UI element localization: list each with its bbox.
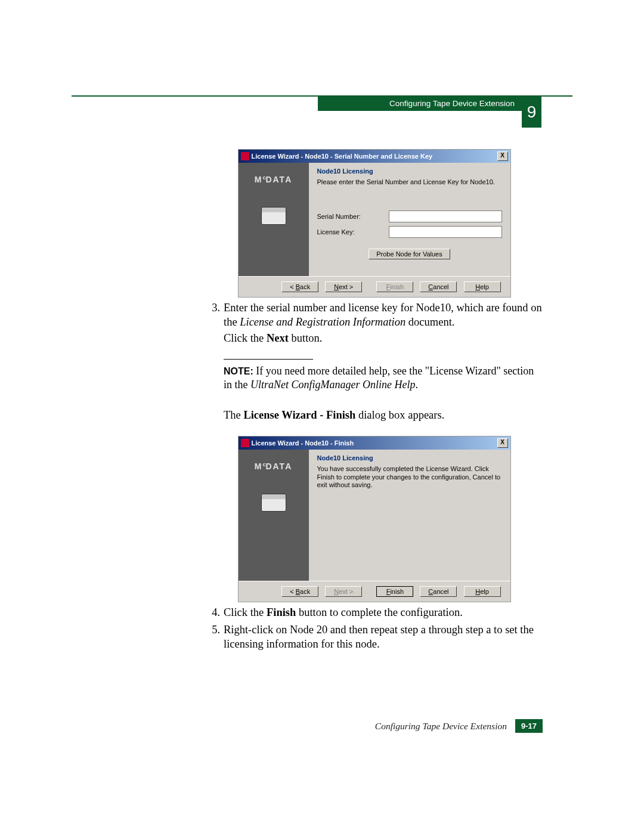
step-number: 3. bbox=[206, 301, 220, 315]
dialog-buttons: < Back Next > Finish Cancel Help bbox=[239, 276, 510, 297]
dialog-heading: Node10 Licensing bbox=[317, 168, 502, 175]
note: NOTE: If you need more detailed help, se… bbox=[206, 364, 543, 392]
dialog-title: License Wizard - Node10 - Finish bbox=[252, 439, 497, 447]
close-icon[interactable]: X bbox=[497, 151, 508, 161]
titlebar: License Wizard - Node10 - Serial Number … bbox=[239, 150, 510, 163]
step-list: 3. Enter the serial number and license k… bbox=[206, 301, 543, 346]
back-button[interactable]: < Back bbox=[281, 281, 318, 292]
serial-number-row: Serial Number: bbox=[317, 210, 502, 222]
titlebar: License Wizard - Node10 - Finish X bbox=[239, 436, 510, 450]
finish-button: Finish bbox=[376, 281, 413, 292]
license-wizard-serial-dialog: License Wizard - Node10 - Serial Number … bbox=[238, 149, 511, 298]
main-panel: Node10 Licensing You have successfully c… bbox=[309, 450, 510, 581]
step-4-text: Click the Finish button to complete the … bbox=[224, 606, 463, 618]
cancel-button[interactable]: Cancel bbox=[420, 281, 457, 292]
chapter-number-tab: 9 bbox=[522, 97, 541, 128]
close-icon[interactable]: X bbox=[497, 438, 508, 448]
main-panel: Node10 Licensing Please enter the Serial… bbox=[309, 163, 510, 276]
note-rule bbox=[224, 359, 313, 360]
footer-title: Configuring Tape Device Extension bbox=[375, 721, 507, 732]
device-icon bbox=[261, 207, 286, 225]
footer-page-number: 9-17 bbox=[515, 719, 543, 733]
probe-row: Probe Node for Values bbox=[317, 249, 502, 259]
help-button[interactable]: Help bbox=[464, 281, 501, 292]
brand-logo: McDATA bbox=[239, 175, 309, 184]
side-panel: McDATA bbox=[239, 450, 309, 581]
note-label: NOTE: bbox=[224, 366, 253, 376]
serial-number-input[interactable] bbox=[389, 210, 502, 222]
dialog-heading: Node10 Licensing bbox=[317, 454, 502, 462]
back-button[interactable]: < Back bbox=[281, 586, 318, 597]
step-4: 4. Click the Finish button to complete t… bbox=[206, 606, 543, 620]
help-button[interactable]: Help bbox=[464, 586, 501, 597]
next-button[interactable]: Next > bbox=[325, 281, 362, 292]
app-icon bbox=[241, 152, 249, 160]
license-key-label: License Key: bbox=[317, 228, 389, 236]
finish-button[interactable]: Finish bbox=[376, 586, 413, 597]
header-section-title: Configuring Tape Device Extension bbox=[318, 97, 522, 111]
step-list-2: 4. Click the Finish button to complete t… bbox=[206, 606, 543, 652]
step-number: 5. bbox=[206, 623, 220, 637]
license-wizard-finish-dialog: License Wizard - Node10 - Finish X McDAT… bbox=[238, 436, 511, 602]
step-5-text: Right-click on Node 20 and then repeat s… bbox=[224, 624, 534, 650]
content-area: License Wizard - Node10 - Serial Number … bbox=[206, 149, 543, 655]
side-panel: McDATA bbox=[239, 163, 309, 276]
device-icon bbox=[261, 494, 286, 512]
dialog-instruction: Please enter the Serial Number and Licen… bbox=[317, 178, 502, 187]
finish-dialog-intro: The License Wizard - Finish dialog box a… bbox=[206, 408, 543, 423]
page: Configuring Tape Device Extension 9 Lice… bbox=[0, 0, 644, 833]
dialog-body: McDATA Node10 Licensing Please enter the… bbox=[239, 163, 510, 276]
app-icon bbox=[241, 439, 249, 447]
step-3-text: Enter the serial number and license key … bbox=[224, 302, 542, 328]
step-number: 4. bbox=[206, 606, 220, 620]
cancel-button[interactable]: Cancel bbox=[420, 586, 457, 597]
dialog-body-text: You have successfully completed the Lice… bbox=[317, 465, 502, 490]
dialog-body: McDATA Node10 Licensing You have success… bbox=[239, 450, 510, 581]
footer: Configuring Tape Device Extension 9-17 bbox=[375, 719, 543, 733]
step-3: 3. Enter the serial number and license k… bbox=[206, 301, 543, 346]
serial-number-label: Serial Number: bbox=[317, 213, 389, 220]
next-button: Next > bbox=[325, 586, 362, 597]
brand-logo: McDATA bbox=[239, 462, 309, 471]
step-3-sub: Click the Next button. bbox=[224, 332, 543, 346]
dialog-buttons: < Back Next > Finish Cancel Help bbox=[239, 581, 510, 602]
license-key-row: License Key: bbox=[317, 226, 502, 238]
probe-values-button[interactable]: Probe Node for Values bbox=[369, 249, 450, 259]
step-5: 5. Right-click on Node 20 and then repea… bbox=[206, 623, 543, 651]
dialog-title: License Wizard - Node10 - Serial Number … bbox=[252, 153, 497, 160]
license-key-input[interactable] bbox=[389, 226, 502, 238]
